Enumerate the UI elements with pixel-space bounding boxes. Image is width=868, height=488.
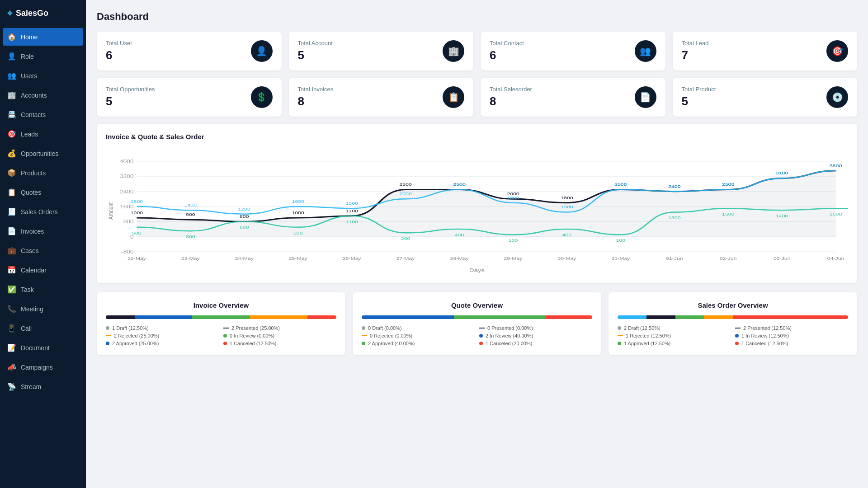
legend-item: 0 Rejected (0.00%) [362, 333, 475, 338]
legend-marker [223, 334, 227, 338]
total-salesorder-icon: 📄 [635, 86, 656, 108]
overview-grid: Invoice Overview 1 Draft (12.50%)2 Prese… [97, 292, 857, 355]
sidebar-item-quotes[interactable]: 📋 Quotes [0, 183, 86, 202]
sidebar-item-home[interactable]: 🏠 Home [3, 28, 83, 46]
sidebar-item-meeting[interactable]: 📞 Meeting [0, 299, 86, 319]
task-icon: ✅ [7, 285, 16, 294]
bar-segment [192, 315, 250, 319]
legend-text: 2 Draft (12.50%) [624, 325, 660, 331]
sidebar-label-document: Document [21, 344, 50, 352]
legend-item: 1 Canceled (12.50%) [223, 341, 336, 346]
sidebar-item-users[interactable]: 👥 Users [0, 66, 86, 85]
svg-text:29-May: 29-May [504, 256, 523, 261]
cases-icon: 💼 [7, 246, 16, 255]
sidebar-item-invoices[interactable]: 📄 Invoices [0, 221, 86, 241]
users-icon: 👥 [7, 71, 16, 80]
legend-item: 2 Presented (25.00%) [223, 325, 336, 331]
salesorder-overview-legend: 2 Draft (12.50%)2 Presented (12.50%)1 Re… [618, 325, 848, 346]
sidebar-item-calendar[interactable]: 📅 Calendar [0, 260, 86, 280]
legend-text: 1 Canceled (12.50%) [230, 341, 276, 346]
sidebar-item-stream[interactable]: 📡 Stream [0, 377, 86, 396]
svg-text:30-May: 30-May [557, 256, 576, 261]
invoice-overview-legend: 1 Draft (12.50%)2 Presented (25.00%)2 Re… [106, 325, 336, 346]
legend-text: 1 Approved (12.50%) [624, 341, 670, 346]
sidebar-item-products[interactable]: 📦 Products [0, 163, 86, 183]
sidebar-item-task[interactable]: ✅ Task [0, 280, 86, 299]
meeting-icon: 📞 [7, 305, 16, 313]
legend-text: 0 In Review (0.00%) [230, 333, 274, 338]
stat-row-2: Total Opportunities 5 💲 Total Invoices 8… [97, 78, 857, 117]
svg-text:900: 900 [186, 212, 195, 217]
svg-text:24-May: 24-May [235, 256, 254, 261]
total-invoices-label: Total Invoices [298, 86, 334, 93]
bar-segment [675, 315, 704, 319]
legend-item: 0 In Review (0.00%) [223, 333, 336, 338]
svg-text:31-May: 31-May [611, 256, 630, 261]
bar-segment [250, 315, 308, 319]
sidebar-item-contacts[interactable]: 📇 Contacts [0, 105, 86, 124]
svg-text:1000: 1000 [292, 211, 304, 215]
svg-text:100: 100 [509, 238, 518, 243]
svg-text:1600: 1600 [120, 204, 134, 210]
legend-marker [618, 326, 621, 330]
sidebar-item-accounts[interactable]: 🏢 Accounts [0, 85, 86, 105]
svg-text:1800: 1800 [561, 195, 573, 200]
svg-text:2500: 2500 [453, 182, 465, 187]
quote-overview-title: Quote Overview [362, 301, 592, 309]
total-product-value: 5 [682, 94, 716, 108]
total-invoices-value: 8 [298, 94, 334, 108]
sidebar-item-document[interactable]: 📝 Document [0, 338, 86, 357]
sidebar-item-role[interactable]: 👤 Role [0, 47, 86, 66]
quotes-icon: 📋 [7, 188, 16, 197]
legend-text: 2 Presented (25.00%) [231, 325, 280, 331]
svg-text:23-May: 23-May [181, 256, 200, 261]
svg-text:26-May: 26-May [343, 256, 362, 261]
legend-text: 1 Canceled (20.00%) [486, 341, 532, 346]
total-lead-label: Total Lead [682, 40, 709, 47]
legend-text: 0 Presented (0.00%) [487, 325, 533, 331]
legend-item: 2 Approved (40.00%) [362, 341, 475, 346]
sidebar-label-task: Task [21, 286, 34, 293]
legend-text: 0 Draft (0.00%) [368, 325, 402, 331]
sidebar-item-call[interactable]: 📱 Call [0, 319, 86, 338]
svg-text:400: 400 [562, 233, 572, 237]
svg-text:300: 300 [186, 235, 195, 239]
svg-text:500: 500 [132, 230, 142, 235]
total-lead-icon: 🎯 [826, 40, 848, 62]
total-lead-info: Total Lead 7 [682, 40, 709, 62]
sidebar-item-leads[interactable]: 🎯 Leads [0, 124, 86, 144]
svg-text:1500: 1500 [346, 201, 358, 206]
campaigns-icon: 📣 [7, 363, 16, 371]
sidebar-label-accounts: Accounts [21, 92, 47, 99]
sidebar-label-quotes: Quotes [21, 189, 41, 196]
legend-marker [106, 326, 109, 330]
svg-text:22-May: 22-May [127, 256, 146, 261]
legend-marker [362, 335, 367, 336]
bar-segment [733, 315, 848, 319]
legend-item: 2 Draft (12.50%) [618, 325, 731, 331]
sidebar-item-cases[interactable]: 💼 Cases [0, 241, 86, 260]
svg-text:1500: 1500 [830, 212, 842, 216]
legend-marker [362, 326, 365, 330]
sidebar-item-salesorders[interactable]: 🧾 Sales Orders [0, 202, 86, 221]
sidebar-item-opportunities[interactable]: 💰 Opportunities [0, 144, 86, 163]
total-account-icon: 🏢 [443, 40, 464, 62]
main-content: Dashboard Total User 6 👤 Total Account 5… [86, 0, 868, 488]
legend-item: 2 Rejected (25.00%) [106, 333, 219, 338]
legend-item: 1 Canceled (12.50%) [735, 341, 848, 346]
sidebar-label-salesorders: Sales Orders [21, 208, 58, 216]
bar-segment [307, 315, 336, 319]
sidebar-item-campaigns[interactable]: 📣 Campaigns [0, 357, 86, 377]
svg-text:3500: 3500 [830, 163, 842, 168]
svg-text:25-May: 25-May [289, 256, 308, 261]
svg-text:27-May: 27-May [396, 256, 415, 261]
legend-text: 2 Rejected (25.00%) [114, 333, 159, 338]
svg-text:03-Jun: 03-Jun [774, 256, 791, 261]
total-opportunities-label: Total Opportunities [106, 86, 155, 93]
total-product-label: Total Product [682, 86, 716, 93]
svg-text:2400: 2400 [120, 189, 134, 194]
line-chart: -80008001600240032004000AmountDays22-May… [106, 148, 848, 274]
quote-overview-bar [362, 315, 592, 319]
total-account-card: Total Account 5 🏢 [289, 32, 474, 70]
legend-text: 1 Canceled (12.50%) [741, 341, 788, 346]
